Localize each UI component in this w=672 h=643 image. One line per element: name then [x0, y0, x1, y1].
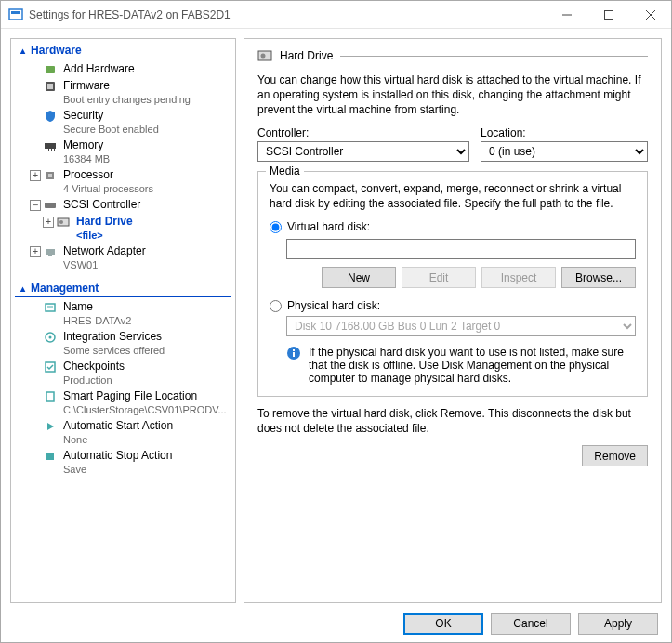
svg-rect-15: [48, 174, 52, 177]
expand-icon[interactable]: +: [43, 217, 54, 228]
ok-button[interactable]: OK: [403, 613, 483, 635]
start-action-icon: [43, 419, 58, 434]
hardware-category-label: Hardware: [31, 44, 82, 57]
management-category[interactable]: ▴ Management: [15, 279, 231, 297]
titlebar: Settings for HRES-DATAv2 on FABS2D1: [1, 1, 671, 29]
cancel-button[interactable]: Cancel: [491, 613, 571, 635]
hard-drive-icon: [56, 215, 71, 230]
svg-rect-1: [11, 11, 20, 14]
divider: [340, 56, 648, 57]
phd-radio-label: Physical hard disk:: [287, 299, 380, 312]
edit-button: Edit: [402, 267, 476, 288]
tree-item-firmware[interactable]: Firmware Boot entry changes pending: [11, 78, 235, 108]
expand-icon[interactable]: +: [30, 170, 41, 181]
phd-radio[interactable]: [270, 300, 282, 312]
expand-icon[interactable]: +: [30, 246, 41, 257]
intro-text: You can change how this virtual hard dis…: [257, 72, 648, 117]
firmware-icon: [43, 79, 58, 94]
browse-button[interactable]: Browse...: [561, 267, 636, 288]
info-icon: [286, 346, 301, 361]
svg-rect-9: [45, 143, 56, 149]
minimize-button[interactable]: [546, 1, 587, 29]
svg-rect-13: [54, 149, 55, 151]
new-button[interactable]: New: [322, 267, 396, 288]
vhd-radio-label: Virtual hard disk:: [287, 220, 370, 233]
integration-icon: [43, 330, 58, 345]
svg-rect-16: [45, 203, 56, 208]
inspect-button: Inspect: [481, 267, 556, 288]
tree-item-smart-paging[interactable]: Smart Paging File Location C:\ClusterSto…: [11, 388, 235, 418]
apply-button[interactable]: Apply: [578, 613, 658, 635]
vhd-radio[interactable]: [270, 221, 282, 233]
svg-marker-27: [47, 423, 54, 430]
memory-icon: [43, 138, 58, 153]
remove-button[interactable]: Remove: [582, 445, 648, 466]
detail-panel: Hard Drive You can change how this virtu…: [244, 38, 662, 603]
svg-point-18: [59, 220, 63, 224]
svg-rect-19: [46, 249, 55, 255]
tree-item-checkpoints[interactable]: Checkpoints Production: [11, 359, 235, 388]
tree-item-integration-services[interactable]: Integration Services Some services offer…: [11, 329, 235, 359]
settings-tree[interactable]: ▴ Hardware Add Hardware Firmware Boot en…: [10, 38, 236, 603]
tree-item-name[interactable]: Name HRES-DATAv2: [11, 299, 235, 329]
svg-rect-10: [46, 149, 46, 151]
dialog-footer: OK Cancel Apply: [1, 603, 671, 643]
tree-item-processor[interactable]: + Processor 4 Virtual processors: [11, 167, 235, 197]
svg-rect-6: [46, 66, 55, 73]
tree-item-hard-drive[interactable]: + Hard Drive <file>: [11, 214, 235, 243]
hardware-category[interactable]: ▴ Hardware: [15, 41, 231, 59]
processor-icon: [43, 168, 58, 183]
hard-drive-icon: [257, 48, 272, 63]
tree-item-scsi-controller[interactable]: − SCSI Controller: [11, 197, 235, 214]
svg-rect-33: [293, 349, 295, 351]
location-label: Location:: [481, 126, 648, 139]
media-legend: Media: [266, 164, 304, 177]
paging-icon: [43, 389, 58, 404]
app-icon: [8, 7, 23, 22]
svg-rect-21: [46, 304, 55, 311]
phd-select: Disk 10 7168.00 GB Bus 0 Lun 2 Target 0: [286, 316, 636, 336]
checkpoints-icon: [43, 360, 58, 374]
svg-rect-26: [46, 392, 54, 401]
media-desc: You can compact, convert, expand, merge,…: [270, 181, 636, 211]
svg-rect-20: [48, 255, 52, 256]
location-select[interactable]: 0 (in use): [481, 141, 648, 162]
svg-rect-12: [51, 149, 52, 151]
management-category-label: Management: [31, 282, 99, 295]
svg-rect-32: [293, 352, 295, 357]
svg-point-24: [49, 336, 52, 339]
remove-desc: To remove the virtual hard disk, click R…: [257, 406, 648, 436]
network-icon: [43, 244, 58, 259]
phd-info-text: If the physical hard disk you want to us…: [309, 346, 636, 385]
name-icon: [43, 300, 58, 315]
svg-rect-8: [47, 84, 53, 89]
tree-item-security[interactable]: Security Secure Boot enabled: [11, 108, 235, 138]
svg-point-30: [261, 54, 266, 59]
svg-rect-3: [604, 10, 613, 19]
svg-rect-28: [46, 453, 54, 460]
svg-rect-0: [9, 9, 22, 20]
maximize-button[interactable]: [587, 1, 629, 29]
tree-item-memory[interactable]: Memory 16384 MB: [11, 138, 235, 167]
window-title: Settings for HRES-DATAv2 on FABS2D1: [29, 8, 546, 21]
media-group: Media You can compact, convert, expand, …: [257, 171, 648, 397]
tree-item-auto-start[interactable]: Automatic Start Action None: [11, 418, 235, 448]
vhd-path-input[interactable]: [286, 239, 636, 259]
add-hardware-icon: [43, 62, 58, 77]
close-button[interactable]: [629, 1, 671, 29]
shield-icon: [43, 109, 58, 124]
controller-icon: [43, 198, 58, 213]
collapse-icon: ▴: [20, 283, 25, 294]
tree-item-auto-stop[interactable]: Automatic Stop Action Save: [11, 448, 235, 478]
panel-heading: Hard Drive: [280, 49, 333, 62]
svg-rect-11: [48, 149, 49, 151]
tree-item-add-hardware[interactable]: Add Hardware: [11, 61, 235, 78]
tree-item-network-adapter[interactable]: + Network Adapter VSW01: [11, 243, 235, 273]
collapse-icon[interactable]: −: [30, 200, 41, 211]
controller-label: Controller:: [257, 126, 469, 139]
collapse-icon: ▴: [20, 46, 25, 56]
controller-select[interactable]: SCSI Controller: [257, 141, 469, 162]
stop-action-icon: [43, 449, 58, 464]
